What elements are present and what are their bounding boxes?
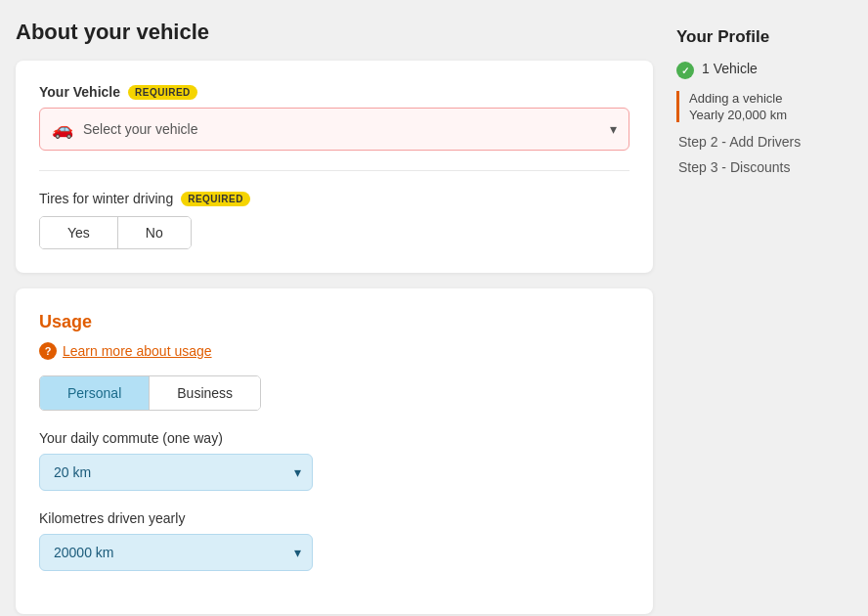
km-label: Kilometres driven yearly [39, 510, 629, 526]
sidebar-item-vehicle: 1 Vehicle [676, 61, 852, 79]
sidebar-step3: Step 3 - Discounts [676, 159, 852, 175]
learn-more-text: Learn more about usage [63, 343, 212, 359]
tires-label-text: Tires for winter driving [39, 191, 173, 206]
sidebar-active-group: Adding a vehicle Yearly 20,000 km [676, 91, 852, 122]
sidebar: Your Profile 1 Vehicle Adding a vehicle … [676, 20, 852, 616]
commute-select[interactable]: 5 km 10 km 15 km 20 km 25 km 30 km [39, 454, 313, 491]
tires-toggle-group: Yes No [39, 216, 192, 249]
vehicle-card: Your Vehicle REQUIRED 🚗 Select your vehi… [16, 61, 653, 273]
sidebar-title: Your Profile [676, 27, 852, 47]
tires-yes-button[interactable]: Yes [40, 217, 117, 248]
vehicle-required-badge: REQUIRED [128, 85, 197, 100]
learn-more-link[interactable]: ? Learn more about usage [39, 342, 629, 360]
personal-button[interactable]: Personal [40, 376, 149, 410]
sidebar-vehicle-count: 1 Vehicle [702, 61, 758, 76]
usage-toggle-group: Personal Business [39, 375, 261, 411]
vehicle-select-wrapper[interactable]: 🚗 Select your vehicle ▾ [39, 108, 629, 151]
business-button[interactable]: Business [149, 376, 260, 410]
km-select[interactable]: 5000 km 10000 km 15000 km 20000 km 25000… [39, 534, 313, 571]
sidebar-step2: Step 2 - Add Drivers [676, 134, 852, 150]
vehicle-field-label: Your Vehicle REQUIRED [39, 84, 629, 100]
sidebar-adding-vehicle: Adding a vehicle [689, 91, 852, 106]
help-icon: ? [39, 342, 57, 360]
sidebar-yearly-km: Yearly 20,000 km [689, 108, 852, 122]
commute-label: Your daily commute (one way) [39, 430, 629, 446]
vehicle-select[interactable]: Select your vehicle [83, 121, 610, 137]
check-icon [676, 62, 694, 79]
car-icon: 🚗 [52, 118, 73, 140]
tires-required-badge: REQUIRED [181, 192, 250, 206]
km-select-wrapper[interactable]: 5000 km 10000 km 15000 km 20000 km 25000… [39, 534, 313, 571]
tires-no-button[interactable]: No [117, 217, 191, 248]
tires-field-label: Tires for winter driving REQUIRED [39, 191, 629, 206]
page-title: About your vehicle [16, 20, 653, 45]
vehicle-label-text: Your Vehicle [39, 84, 120, 100]
usage-card: Usage ? Learn more about usage Personal … [16, 288, 653, 614]
commute-select-wrapper[interactable]: 5 km 10 km 15 km 20 km 25 km 30 km ▾ [39, 454, 313, 491]
chevron-down-icon: ▾ [610, 121, 617, 137]
usage-title: Usage [39, 312, 629, 332]
